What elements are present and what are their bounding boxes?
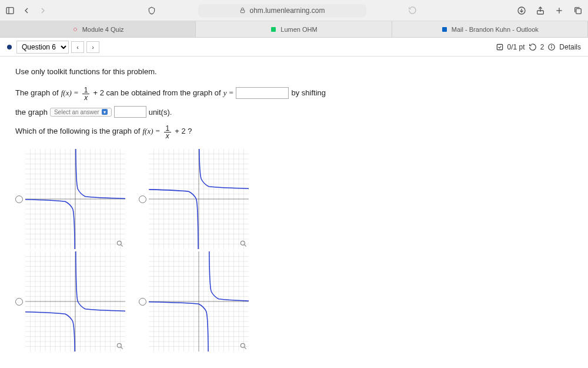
question-line-2: the graph Select an answer ▾ unit(s). <box>15 106 573 118</box>
chevron-down-icon: ▾ <box>102 109 108 115</box>
download-icon[interactable] <box>516 5 527 16</box>
retry-icon <box>529 43 537 51</box>
graph-option-a <box>15 149 133 249</box>
graph-option-d <box>139 251 256 352</box>
question-content: Use only toolkit functions for this prob… <box>0 57 588 368</box>
details-link[interactable]: Details <box>559 43 581 51</box>
tab-label: Module 4 Quiz <box>82 26 124 33</box>
svg-rect-10 <box>271 27 276 32</box>
svg-point-22 <box>240 343 245 347</box>
shield-icon[interactable] <box>146 5 157 16</box>
next-question-button[interactable]: › <box>86 41 99 53</box>
tab-strip: Module 4 Quiz Lumen OHM Mail - Brandon K… <box>0 21 588 38</box>
svg-rect-0 <box>6 7 14 14</box>
points-text: 0/1 pt <box>507 43 525 51</box>
graph-d <box>149 251 249 352</box>
question-select[interactable]: Question 6 <box>16 41 69 54</box>
question-line-3: Which of the following is the graph of f… <box>15 124 573 138</box>
question-bar: Question 6 ‹ › 0/1 pt 2 Details <box>0 38 588 57</box>
svg-line-23 <box>245 347 246 349</box>
graph-c <box>25 251 125 352</box>
graph-radio-b[interactable] <box>139 195 146 203</box>
graph-option-c <box>15 251 133 352</box>
new-tab-icon[interactable] <box>554 5 564 16</box>
instruction-text: Use only toolkit functions for this prob… <box>15 67 573 76</box>
url-bar[interactable]: ohm.lumenlearning.com <box>198 4 366 17</box>
tab-favicon <box>441 26 448 33</box>
tab-module-quiz[interactable]: Module 4 Quiz <box>0 21 196 37</box>
tab-favicon <box>270 26 277 33</box>
graph-a <box>25 149 125 249</box>
graph-option-b <box>139 149 256 249</box>
svg-point-16 <box>117 241 121 245</box>
tab-outlook[interactable]: Mail - Brandon Kuhn - Outlook <box>392 21 588 37</box>
units-input[interactable] <box>114 106 146 118</box>
zoom-icon[interactable] <box>116 342 124 350</box>
direction-select[interactable]: Select an answer ▾ <box>50 108 112 117</box>
reload-icon[interactable] <box>407 5 418 16</box>
tabs-icon[interactable] <box>573 5 583 16</box>
svg-line-19 <box>245 245 246 247</box>
svg-rect-8 <box>576 8 582 14</box>
forward-icon[interactable] <box>38 5 48 16</box>
score-icon <box>496 43 504 51</box>
fraction: 1 x <box>82 87 90 101</box>
tab-label: Lumen OHM <box>280 26 317 33</box>
lock-icon <box>239 7 246 14</box>
graph-options <box>15 149 573 352</box>
graph-radio-d[interactable] <box>139 298 146 306</box>
zoom-icon[interactable] <box>239 240 248 248</box>
svg-rect-11 <box>442 27 447 32</box>
svg-rect-2 <box>241 10 245 13</box>
question-line-1: The graph of f(x) = 1 x + 2 can be obtai… <box>15 85 573 100</box>
prev-question-button[interactable]: ‹ <box>71 41 84 53</box>
svg-line-17 <box>121 245 123 247</box>
graph-b <box>149 149 249 249</box>
svg-point-15 <box>552 45 552 45</box>
retries-text: 2 <box>540 43 544 51</box>
zoom-icon[interactable] <box>116 240 124 248</box>
tab-label: Mail - Brandon Kuhn - Outlook <box>452 26 539 33</box>
fraction: 1 x <box>164 125 172 140</box>
svg-point-18 <box>240 241 245 245</box>
graph-radio-a[interactable] <box>15 195 23 203</box>
info-icon[interactable] <box>547 43 556 51</box>
browser-toolbar: ohm.lumenlearning.com <box>0 0 588 21</box>
url-text: ohm.lumenlearning.com <box>249 6 325 15</box>
question-dot-icon <box>7 45 12 49</box>
svg-point-9 <box>74 28 76 31</box>
graph-radio-c[interactable] <box>15 298 23 306</box>
svg-point-20 <box>117 343 121 347</box>
sidebar-icon[interactable] <box>5 5 15 16</box>
svg-line-21 <box>121 347 123 349</box>
parent-function-input[interactable] <box>236 87 289 99</box>
tab-favicon <box>72 26 79 33</box>
zoom-icon[interactable] <box>239 342 248 350</box>
svg-rect-12 <box>497 44 502 49</box>
tab-lumen-ohm[interactable]: Lumen OHM <box>196 21 392 37</box>
back-icon[interactable] <box>21 5 32 16</box>
share-icon[interactable] <box>535 5 546 16</box>
